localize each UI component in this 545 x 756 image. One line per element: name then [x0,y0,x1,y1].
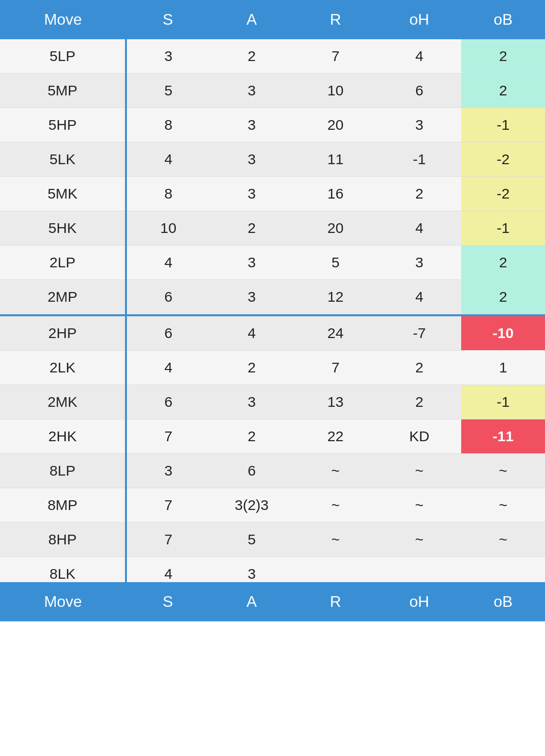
oh-cell: 4 [377,280,461,314]
table-row: 2LK42721 [0,351,545,385]
table-row: 2MK63132-1 [0,385,545,419]
r-cell: 10 [294,74,377,108]
a-cell: 3 [210,108,294,142]
oh-cell: -1 [377,142,461,177]
s-cell: 6 [126,316,210,351]
r-cell [294,557,377,583]
footer-ob: oB [461,582,545,621]
oh-cell [377,557,461,583]
frame-data-table: Move S A R oH oB 5LP327425MP5310625HP832… [0,0,545,756]
footer-oh: oH [377,582,461,621]
s-cell: 4 [126,142,210,177]
footer-move: Move [0,582,126,621]
move-cell: 8MP [0,488,126,523]
ob-cell: ~ [461,488,545,523]
ob-cell: ~ [461,523,545,557]
a-cell: 4 [210,316,294,351]
move-cell: 8HP [0,523,126,557]
ob-cell: -2 [461,177,545,211]
ob-cell: -1 [461,211,545,246]
s-cell: 7 [126,488,210,523]
a-cell: 6 [210,454,294,488]
ob-cell: -1 [461,385,545,419]
table-row: 5LK4311-1-2 [0,142,545,177]
a-cell: 3(2)3 [210,488,294,523]
oh-cell: ~ [377,523,461,557]
a-cell: 3 [210,280,294,314]
move-cell: 5MK [0,177,126,211]
move-cell: 2MK [0,385,126,419]
footer-r: R [294,582,377,621]
table-row: 8LK43 [0,557,545,583]
a-cell: 3 [210,74,294,108]
r-cell: ~ [294,488,377,523]
table-row: 5MP531062 [0,74,545,108]
move-cell: 2HK [0,419,126,454]
ob-cell: 2 [461,39,545,74]
oh-cell: 2 [377,385,461,419]
s-cell: 6 [126,385,210,419]
table-row: 5LP32742 [0,39,545,74]
footer-s: S [126,582,210,621]
footer-row: Move S A R oH oB [0,582,545,621]
move-cell: 2HP [0,316,126,351]
move-cell: 8LP [0,454,126,488]
table-row: 5HP83203-1 [0,108,545,142]
r-cell: ~ [294,523,377,557]
s-cell: 5 [126,74,210,108]
s-cell: 4 [126,557,210,583]
move-cell: 8LK [0,557,126,583]
ob-cell: -1 [461,108,545,142]
ob-cell [461,557,545,583]
a-cell: 5 [210,523,294,557]
ob-cell: 2 [461,280,545,314]
s-cell: 7 [126,523,210,557]
ob-cell: 2 [461,74,545,108]
a-cell: 3 [210,177,294,211]
ob-cell: -11 [461,419,545,454]
r-cell: 20 [294,108,377,142]
r-cell: 22 [294,419,377,454]
s-cell: 4 [126,246,210,280]
table-row: 2LP43532 [0,246,545,280]
header-ob: oB [461,0,545,39]
move-cell: 2MP [0,280,126,314]
table-row: 2HK7222KD-11 [0,419,545,454]
s-cell: 3 [126,454,210,488]
table-row: 2HP6424-7-10 [0,316,545,351]
header-s: S [126,0,210,39]
r-cell: 13 [294,385,377,419]
r-cell: 12 [294,280,377,314]
oh-cell: 6 [377,74,461,108]
table-row: 2MP631242 [0,280,545,314]
table-row: 5MK83162-2 [0,177,545,211]
r-cell: 16 [294,177,377,211]
r-cell: 5 [294,246,377,280]
header-move: Move [0,0,126,39]
oh-cell: -7 [377,316,461,351]
ob-cell: -2 [461,142,545,177]
a-cell: 3 [210,246,294,280]
r-cell: 11 [294,142,377,177]
oh-cell: 2 [377,351,461,385]
a-cell: 2 [210,211,294,246]
oh-cell: 4 [377,39,461,74]
ob-cell: 1 [461,351,545,385]
a-cell: 2 [210,39,294,74]
table-row: 8HP75~~~ [0,523,545,557]
oh-cell: ~ [377,454,461,488]
ob-cell: -10 [461,316,545,351]
oh-cell: 3 [377,108,461,142]
r-cell: ~ [294,454,377,488]
table-row: 8LP36~~~ [0,454,545,488]
move-cell: 2LK [0,351,126,385]
r-cell: 7 [294,39,377,74]
s-cell: 10 [126,211,210,246]
move-cell: 5HP [0,108,126,142]
s-cell: 7 [126,419,210,454]
move-cell: 5LK [0,142,126,177]
oh-cell: 2 [377,177,461,211]
table-row: 5HK102204-1 [0,211,545,246]
header-row: Move S A R oH oB [0,0,545,39]
move-cell: 5LP [0,39,126,74]
